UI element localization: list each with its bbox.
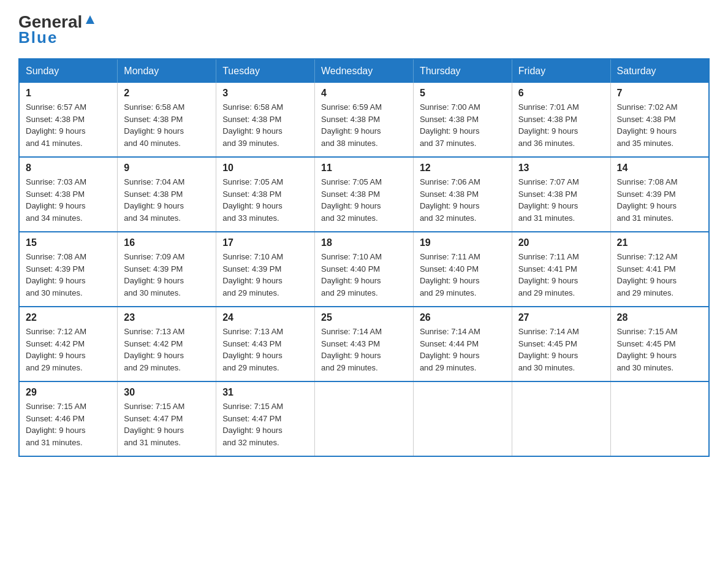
calendar-empty-cell: [413, 381, 512, 456]
calendar-week-row: 29 Sunrise: 7:15 AMSunset: 4:46 PMDaylig…: [19, 381, 709, 456]
day-info: Sunrise: 7:15 AMSunset: 4:45 PMDaylight:…: [617, 327, 678, 372]
calendar-week-row: 15 Sunrise: 7:08 AMSunset: 4:39 PMDaylig…: [19, 232, 709, 307]
calendar-day-cell: 6 Sunrise: 7:01 AMSunset: 4:38 PMDayligh…: [512, 83, 610, 157]
day-number: 2: [124, 88, 210, 99]
day-number: 19: [420, 237, 506, 248]
day-number: 16: [124, 237, 210, 248]
calendar-day-cell: 11 Sunrise: 7:05 AMSunset: 4:38 PMDaylig…: [315, 157, 414, 232]
calendar-week-row: 22 Sunrise: 7:12 AMSunset: 4:42 PMDaylig…: [19, 307, 709, 381]
day-number: 27: [518, 312, 604, 323]
day-number: 23: [124, 312, 210, 323]
calendar-day-cell: 27 Sunrise: 7:14 AMSunset: 4:45 PMDaylig…: [512, 307, 610, 381]
day-number: 30: [124, 387, 210, 398]
calendar-day-cell: 5 Sunrise: 7:00 AMSunset: 4:38 PMDayligh…: [413, 83, 512, 157]
calendar-day-cell: 28 Sunrise: 7:15 AMSunset: 4:45 PMDaylig…: [610, 307, 709, 381]
calendar-day-cell: 17 Sunrise: 7:10 AMSunset: 4:39 PMDaylig…: [216, 232, 315, 307]
weekday-header-monday: Monday: [118, 59, 216, 83]
calendar-day-cell: 3 Sunrise: 6:58 AMSunset: 4:38 PMDayligh…: [216, 83, 315, 157]
day-info: Sunrise: 6:57 AMSunset: 4:38 PMDaylight:…: [26, 102, 86, 148]
day-number: 11: [321, 163, 407, 174]
calendar-empty-cell: [315, 381, 414, 456]
svg-marker-0: [86, 15, 94, 24]
day-number: 6: [518, 88, 604, 99]
day-info: Sunrise: 7:05 AMSunset: 4:38 PMDaylight:…: [321, 177, 382, 223]
day-info: Sunrise: 7:09 AMSunset: 4:39 PMDaylight:…: [124, 252, 184, 297]
calendar-day-cell: 14 Sunrise: 7:08 AMSunset: 4:39 PMDaylig…: [610, 157, 709, 232]
day-number: 18: [321, 237, 407, 248]
day-info: Sunrise: 7:15 AMSunset: 4:47 PMDaylight:…: [222, 402, 283, 447]
day-number: 3: [222, 88, 308, 99]
calendar-day-cell: 31 Sunrise: 7:15 AMSunset: 4:47 PMDaylig…: [216, 381, 315, 456]
day-number: 31: [222, 387, 308, 398]
day-number: 25: [321, 312, 407, 323]
day-info: Sunrise: 7:15 AMSunset: 4:46 PMDaylight:…: [26, 402, 86, 447]
calendar-day-cell: 8 Sunrise: 7:03 AMSunset: 4:38 PMDayligh…: [19, 157, 118, 232]
calendar-day-cell: 1 Sunrise: 6:57 AMSunset: 4:38 PMDayligh…: [19, 83, 118, 157]
day-info: Sunrise: 7:12 AMSunset: 4:42 PMDaylight:…: [26, 327, 86, 372]
day-info: Sunrise: 7:13 AMSunset: 4:42 PMDaylight:…: [124, 327, 184, 372]
calendar-day-cell: 12 Sunrise: 7:06 AMSunset: 4:38 PMDaylig…: [413, 157, 512, 232]
day-number: 17: [222, 237, 308, 248]
weekday-header-tuesday: Tuesday: [216, 59, 315, 83]
calendar-week-row: 8 Sunrise: 7:03 AMSunset: 4:38 PMDayligh…: [19, 157, 709, 232]
weekday-header-thursday: Thursday: [413, 59, 512, 83]
day-info: Sunrise: 7:06 AMSunset: 4:38 PMDaylight:…: [420, 177, 480, 223]
day-number: 15: [26, 237, 111, 248]
calendar-day-cell: 23 Sunrise: 7:13 AMSunset: 4:42 PMDaylig…: [118, 307, 216, 381]
day-number: 29: [26, 387, 111, 398]
day-info: Sunrise: 7:08 AMSunset: 4:39 PMDaylight:…: [26, 252, 86, 297]
day-number: 13: [518, 163, 604, 174]
weekday-header-friday: Friday: [512, 59, 610, 83]
calendar-day-cell: 18 Sunrise: 7:10 AMSunset: 4:40 PMDaylig…: [315, 232, 414, 307]
day-number: 1: [26, 88, 111, 99]
calendar-day-cell: 24 Sunrise: 7:13 AMSunset: 4:43 PMDaylig…: [216, 307, 315, 381]
day-info: Sunrise: 7:03 AMSunset: 4:38 PMDaylight:…: [26, 177, 86, 223]
day-info: Sunrise: 7:10 AMSunset: 4:39 PMDaylight:…: [222, 252, 283, 297]
calendar-day-cell: 19 Sunrise: 7:11 AMSunset: 4:40 PMDaylig…: [413, 232, 512, 307]
calendar-empty-cell: [610, 381, 709, 456]
day-info: Sunrise: 7:13 AMSunset: 4:43 PMDaylight:…: [222, 327, 283, 372]
page-header: General Blue: [18, 12, 710, 47]
calendar-day-cell: 20 Sunrise: 7:11 AMSunset: 4:41 PMDaylig…: [512, 232, 610, 307]
calendar-day-cell: 26 Sunrise: 7:14 AMSunset: 4:44 PMDaylig…: [413, 307, 512, 381]
calendar-day-cell: 4 Sunrise: 6:59 AMSunset: 4:38 PMDayligh…: [315, 83, 414, 157]
calendar-day-cell: 7 Sunrise: 7:02 AMSunset: 4:38 PMDayligh…: [610, 83, 709, 157]
day-number: 20: [518, 237, 604, 248]
day-info: Sunrise: 7:07 AMSunset: 4:38 PMDaylight:…: [518, 177, 579, 223]
day-info: Sunrise: 7:14 AMSunset: 4:44 PMDaylight:…: [420, 327, 480, 372]
logo-blue: Blue: [18, 28, 58, 47]
day-number: 24: [222, 312, 308, 323]
day-number: 8: [26, 163, 111, 174]
calendar-day-cell: 25 Sunrise: 7:14 AMSunset: 4:43 PMDaylig…: [315, 307, 414, 381]
day-number: 22: [26, 312, 111, 323]
day-number: 10: [222, 163, 308, 174]
calendar-week-row: 1 Sunrise: 6:57 AMSunset: 4:38 PMDayligh…: [19, 83, 709, 157]
day-info: Sunrise: 7:00 AMSunset: 4:38 PMDaylight:…: [420, 102, 480, 148]
calendar-day-cell: 2 Sunrise: 6:58 AMSunset: 4:38 PMDayligh…: [118, 83, 216, 157]
logo: General Blue: [18, 12, 97, 47]
weekday-header-wednesday: Wednesday: [315, 59, 414, 83]
day-number: 28: [617, 312, 702, 323]
weekday-header-sunday: Sunday: [19, 59, 118, 83]
day-info: Sunrise: 7:02 AMSunset: 4:38 PMDaylight:…: [617, 102, 678, 148]
calendar-table: SundayMondayTuesdayWednesdayThursdayFrid…: [18, 58, 710, 457]
calendar-day-cell: 30 Sunrise: 7:15 AMSunset: 4:47 PMDaylig…: [118, 381, 216, 456]
day-info: Sunrise: 6:59 AMSunset: 4:38 PMDaylight:…: [321, 102, 382, 148]
day-info: Sunrise: 7:14 AMSunset: 4:45 PMDaylight:…: [518, 327, 579, 372]
day-info: Sunrise: 7:15 AMSunset: 4:47 PMDaylight:…: [124, 402, 184, 447]
day-number: 12: [420, 163, 506, 174]
day-number: 9: [124, 163, 210, 174]
day-number: 21: [617, 237, 702, 248]
day-info: Sunrise: 7:14 AMSunset: 4:43 PMDaylight:…: [321, 327, 382, 372]
day-info: Sunrise: 6:58 AMSunset: 4:38 PMDaylight:…: [124, 102, 184, 148]
day-info: Sunrise: 7:08 AMSunset: 4:39 PMDaylight:…: [617, 177, 678, 223]
day-info: Sunrise: 7:04 AMSunset: 4:38 PMDaylight:…: [124, 177, 184, 223]
day-number: 26: [420, 312, 506, 323]
calendar-day-cell: 16 Sunrise: 7:09 AMSunset: 4:39 PMDaylig…: [118, 232, 216, 307]
day-number: 4: [321, 88, 407, 99]
day-info: Sunrise: 7:11 AMSunset: 4:41 PMDaylight:…: [518, 252, 579, 297]
weekday-header-saturday: Saturday: [610, 59, 709, 83]
calendar-day-cell: 15 Sunrise: 7:08 AMSunset: 4:39 PMDaylig…: [19, 232, 118, 307]
day-info: Sunrise: 6:58 AMSunset: 4:38 PMDaylight:…: [222, 102, 283, 148]
calendar-day-cell: 21 Sunrise: 7:12 AMSunset: 4:41 PMDaylig…: [610, 232, 709, 307]
